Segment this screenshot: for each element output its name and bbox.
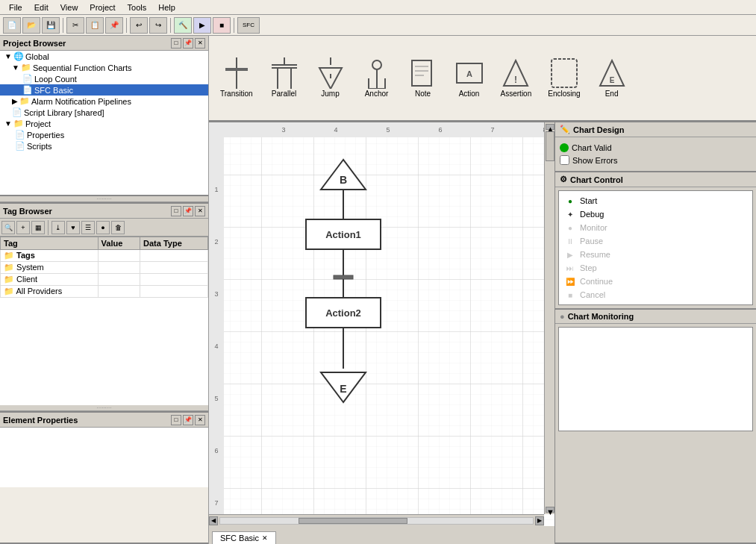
save-button[interactable]: 💾 xyxy=(42,17,60,34)
continue-btn[interactable]: ⏩ Continue xyxy=(562,275,749,288)
tab-close-icon[interactable]: ✕ xyxy=(262,534,268,542)
tab-sfc-basic[interactable]: SFC Basic ✕ xyxy=(212,531,276,544)
tag-search-btn[interactable]: 🔍 xyxy=(1,221,15,234)
tag-drag-btn[interactable]: ⤓ xyxy=(51,221,65,234)
tag-row-all-providers[interactable]: 📁 All Providers xyxy=(1,286,208,298)
elem-close-btn[interactable]: ✕ xyxy=(195,415,205,425)
new-button[interactable]: 📄 xyxy=(3,17,21,34)
paste-button[interactable]: 📌 xyxy=(105,17,123,34)
close-panel-btn[interactable]: ✕ xyxy=(195,38,205,49)
redo-button[interactable]: ↪ xyxy=(149,17,167,34)
svg-rect-29 xyxy=(209,122,224,526)
tool-anchor[interactable]: Anchor xyxy=(357,56,397,100)
tag-table-btn[interactable]: ▦ xyxy=(31,221,45,234)
resume-btn[interactable]: ▶ Resume xyxy=(562,248,749,261)
tag-row-tags[interactable]: 📁 Tags xyxy=(1,250,208,262)
project-tree[interactable]: ▼ 🌐 Global ▼ 📁 Sequential Function Chart… xyxy=(0,51,208,196)
tag-restore-btn[interactable]: □ xyxy=(171,206,181,216)
tag-row-system[interactable]: 📁 System xyxy=(1,262,208,274)
assertion-icon: ! xyxy=(501,58,531,88)
menu-view[interactable]: View xyxy=(54,1,84,13)
tree-script-lib[interactable]: 📄 Script Library [shared] xyxy=(0,107,208,118)
vscroll-thumb[interactable] xyxy=(546,131,554,161)
vscroll-up[interactable]: ▲ xyxy=(546,124,554,130)
svg-text:7: 7 xyxy=(214,499,218,507)
tag-resize[interactable]: ········· xyxy=(0,405,208,411)
undo-button[interactable]: ↩ xyxy=(130,17,148,34)
pause-btn[interactable]: ⏸ Pause xyxy=(562,234,749,248)
stop-button[interactable]: ■ xyxy=(213,17,231,34)
tool-enclosing[interactable]: Enclosing xyxy=(543,56,585,100)
hscroll-track[interactable] xyxy=(219,517,534,525)
menu-edit[interactable]: Edit xyxy=(28,1,54,13)
tool-palette-wrapper: Transition Parallel xyxy=(209,36,756,122)
tool-assertion[interactable]: ! Assertion xyxy=(496,56,537,100)
tag-opt-btn[interactable]: ☰ xyxy=(81,221,95,234)
hscroll-thumb[interactable] xyxy=(299,518,408,524)
transition-bar[interactable] xyxy=(334,275,353,279)
vscroll-down[interactable]: ▼ xyxy=(546,507,554,513)
restore-btn[interactable]: □ xyxy=(171,38,181,49)
tree-project[interactable]: ▼ 📁 Project xyxy=(0,118,208,129)
elem-restore-btn[interactable]: □ xyxy=(171,415,181,425)
right-panel: ✏️ Chart Design Chart Valid Show Errors xyxy=(554,122,756,544)
pin-btn[interactable]: 📌 xyxy=(183,38,193,49)
tool-jump[interactable]: Jump xyxy=(310,56,351,100)
menu-project[interactable]: Project xyxy=(84,1,121,13)
tag-browser-header: Tag Browser □ 📌 ✕ xyxy=(0,204,208,219)
tree-global[interactable]: ▼ 🌐 Global xyxy=(0,51,208,62)
cut-button[interactable]: ✂ xyxy=(66,17,84,34)
project-resize[interactable]: ········· xyxy=(0,196,208,202)
tree-alarm[interactable]: ▶ 📁 Alarm Notification Pipelines xyxy=(0,96,208,107)
tree-properties[interactable]: 📄 Properties xyxy=(0,129,208,140)
open-button[interactable]: 📂 xyxy=(22,17,40,34)
hscroll-bar[interactable]: ◀ ▶ xyxy=(209,514,544,526)
step-btn[interactable]: ⏭ Step xyxy=(562,261,749,275)
tag-row-client[interactable]: 📁 Client xyxy=(1,274,208,286)
debug-btn[interactable]: ✦ Debug xyxy=(562,207,749,221)
tag-add-btn[interactable]: + xyxy=(16,221,30,234)
menu-tools[interactable]: Tools xyxy=(122,1,153,13)
canvas-main[interactable]: 3 4 5 6 7 8 9 10 1 2 3 4 5 6 xyxy=(209,122,554,526)
tree-loop-count[interactable]: 📄 Loop Count xyxy=(0,73,208,84)
tool-transition[interactable]: Transition xyxy=(215,56,258,100)
build-button[interactable]: 🔨 xyxy=(174,17,192,34)
resume-icon: ▶ xyxy=(565,249,575,260)
tree-sfc-basic[interactable]: 📄 SFC Basic xyxy=(0,84,208,96)
tag-value xyxy=(98,262,140,274)
chart-valid-label: Chart Valid xyxy=(572,143,612,152)
tool-end[interactable]: E End xyxy=(592,56,632,100)
tool-parallel[interactable]: Parallel xyxy=(264,56,304,100)
scripts-icon: 📄 xyxy=(15,141,25,151)
vscroll-bar[interactable]: ▲ ▼ xyxy=(544,122,554,514)
svg-text:7: 7 xyxy=(490,126,494,134)
sfc-button[interactable]: SFC xyxy=(237,17,260,34)
chart-monitoring-content xyxy=(558,327,753,431)
tag-table[interactable]: Tag Value Data Type 📁 Tags 📁 System xyxy=(0,237,208,405)
tag-delete-btn[interactable]: 🗑 xyxy=(111,221,125,234)
start-btn[interactable]: ● Start xyxy=(562,194,749,207)
run-button[interactable]: ▶ xyxy=(193,17,211,34)
tool-action[interactable]: A Action xyxy=(449,56,490,100)
tag-close-btn[interactable]: ✕ xyxy=(195,206,205,216)
menu-file[interactable]: File xyxy=(3,1,28,13)
copy-button[interactable]: 📋 xyxy=(86,17,104,34)
hscroll-left[interactable]: ◀ xyxy=(209,516,218,525)
cancel-btn[interactable]: ■ Cancel xyxy=(562,288,749,301)
resume-label: Resume xyxy=(580,250,610,259)
tool-note[interactable]: Note xyxy=(403,56,443,100)
tree-scripts[interactable]: 📄 Scripts xyxy=(0,140,208,151)
monitor-btn[interactable]: ● Monitor xyxy=(562,221,749,234)
tag-run-btn[interactable]: ● xyxy=(96,221,110,234)
hscroll-right[interactable]: ▶ xyxy=(535,516,544,525)
elem-pin-btn[interactable]: 📌 xyxy=(183,415,193,425)
menu-help[interactable]: Help xyxy=(152,1,181,13)
parallel-icon xyxy=(269,58,299,88)
alarm-label: Alarm Notification Pipelines xyxy=(31,97,131,106)
tag-datatype xyxy=(140,250,208,262)
tag-filter-btn[interactable]: ♥ xyxy=(66,221,80,234)
show-errors-checkbox[interactable] xyxy=(560,155,569,165)
svg-text:A: A xyxy=(466,69,472,78)
tag-pin-btn[interactable]: 📌 xyxy=(183,206,193,216)
tree-sfc[interactable]: ▼ 📁 Sequential Function Charts xyxy=(0,62,208,73)
